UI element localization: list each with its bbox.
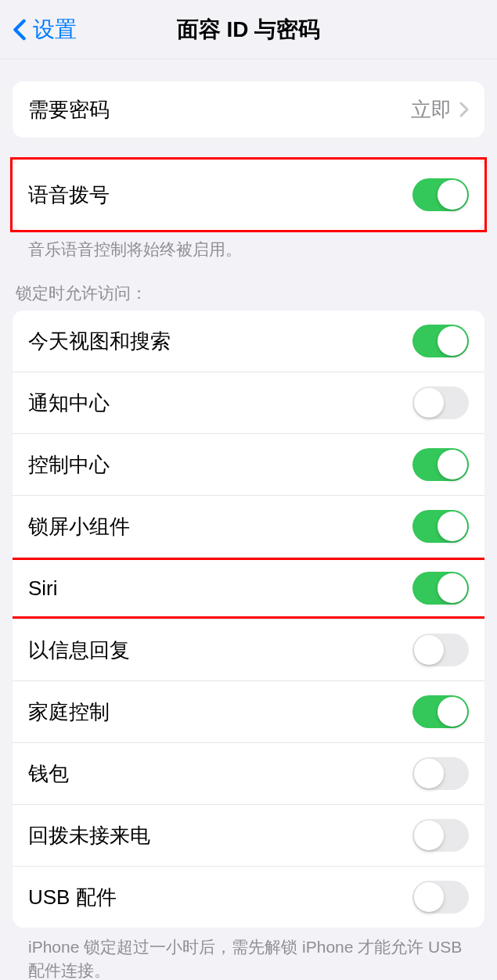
lock-access-row: 家庭控制 (13, 681, 484, 743)
lock-access-header: 锁定时允许访问： (0, 282, 497, 311)
lock-access-item-label: 控制中心 (28, 451, 110, 479)
lock-access-row: 以信息回复 (13, 619, 484, 681)
lock-access-item-label: Siri (28, 576, 58, 601)
lock-access-item-label: 今天视图和搜索 (28, 328, 171, 355)
back-label: 设置 (33, 15, 77, 45)
lock-access-row: 钱包 (13, 743, 484, 805)
lock-access-toggle[interactable] (412, 448, 469, 481)
voice-dial-section: 语音拨号 音乐语音控制将始终被启用。 (13, 160, 484, 260)
require-passcode-row[interactable]: 需要密码 立即 (13, 81, 484, 138)
chevron-right-icon (459, 102, 469, 117)
lock-access-item-label: 以信息回复 (28, 637, 130, 664)
lock-access-toggle[interactable] (412, 510, 469, 543)
lock-access-toggle[interactable] (412, 881, 469, 914)
lock-access-row: 通知中心 (13, 372, 484, 434)
voice-dial-toggle[interactable] (412, 178, 469, 211)
voice-dial-footer: 音乐语音控制将始终被启用。 (13, 230, 484, 260)
require-passcode-value: 立即 (411, 96, 452, 124)
lock-access-toggle[interactable] (412, 572, 469, 605)
lock-access-section: 今天视图和搜索通知中心控制中心锁屏小组件Siri以信息回复家庭控制钱包回拨未接来… (13, 311, 484, 980)
lock-access-row: USB 配件 (13, 867, 484, 928)
voice-dial-label: 语音拨号 (28, 181, 110, 209)
lock-access-toggle[interactable] (412, 386, 469, 419)
lock-access-item-label: 钱包 (28, 760, 69, 788)
content: 需要密码 立即 语音拨号 音乐语音控制将始终被启用。 锁定时允许访问： (0, 81, 497, 980)
lock-access-toggle[interactable] (412, 634, 469, 666)
lock-access-item-label: USB 配件 (28, 884, 117, 911)
lock-access-row: 回拨未接来电 (13, 805, 484, 867)
lock-access-toggle[interactable] (412, 819, 469, 852)
lock-access-footer: iPhone 锁定超过一小时后，需先解锁 iPhone 才能允许 USB 配件连… (13, 928, 484, 980)
voice-dial-row: 语音拨号 (13, 160, 484, 230)
lock-access-item-label: 回拨未接来电 (28, 822, 150, 849)
lock-access-toggle[interactable] (412, 757, 469, 790)
header: 设置 面容 ID 与密码 (0, 0, 497, 59)
lock-access-row: 今天视图和搜索 (13, 311, 484, 372)
back-button[interactable]: 设置 (13, 15, 77, 45)
lock-access-toggle[interactable] (412, 695, 469, 728)
page-title: 面容 ID 与密码 (177, 15, 321, 45)
lock-access-toggle[interactable] (412, 325, 469, 357)
lock-access-item-label: 锁屏小组件 (28, 513, 130, 540)
chevron-left-icon (13, 19, 27, 41)
lock-access-item-label: 家庭控制 (28, 698, 110, 726)
passcode-section: 需要密码 立即 (13, 81, 484, 138)
lock-access-row: Siri (13, 558, 484, 619)
lock-access-item-label: 通知中心 (28, 389, 110, 417)
require-passcode-label: 需要密码 (28, 96, 110, 124)
lock-access-row: 锁屏小组件 (13, 496, 484, 558)
lock-access-row: 控制中心 (13, 434, 484, 496)
